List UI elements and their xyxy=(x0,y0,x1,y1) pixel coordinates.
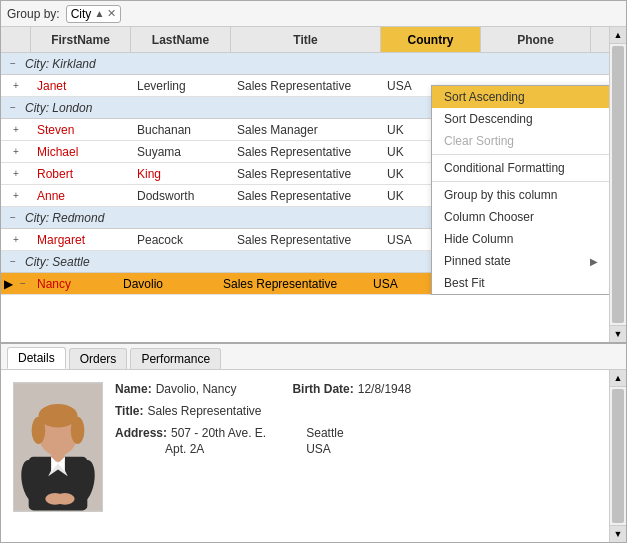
svg-point-6 xyxy=(32,417,46,444)
tab-performance[interactable]: Performance xyxy=(130,348,221,369)
country-value: USA xyxy=(306,442,343,456)
svg-point-7 xyxy=(71,417,85,444)
context-menu-best-fit[interactable]: Best Fit xyxy=(432,272,609,294)
field-name-inline: Name: Davolio, Nancy xyxy=(115,382,236,396)
field-group-birthdate: Birth Date: 12/8/1948 xyxy=(292,382,411,396)
context-menu-sep2 xyxy=(432,181,609,182)
context-menu-sort-descending[interactable]: Sort Descending xyxy=(432,108,609,130)
header-firstname[interactable]: FirstName xyxy=(31,27,131,52)
birth-date-label: Birth Date: xyxy=(292,382,353,396)
context-menu: Sort Ascending Sort Descending Clear Sor… xyxy=(431,85,609,295)
grid-main: FirstName LastName Title Country Phone −… xyxy=(1,27,609,342)
group-london-expander[interactable]: − xyxy=(5,100,21,116)
row-selected-arrow: ▶ xyxy=(1,277,15,291)
row-expand-michael[interactable]: + xyxy=(1,146,31,157)
detail-scrollbar-up[interactable]: ▲ xyxy=(610,370,626,387)
cell-lastname-margaret: Peacock xyxy=(131,233,231,247)
tab-details[interactable]: Details xyxy=(7,347,66,369)
detail-fields: Name: Davolio, Nancy Birth Date: 12/8/19… xyxy=(115,382,597,530)
header-expand-col xyxy=(1,27,31,52)
birth-date-value: 12/8/1948 xyxy=(358,382,411,396)
context-menu-conditional-formatting-label: Conditional Formatting xyxy=(444,161,565,175)
context-menu-hide-column[interactable]: Hide Column xyxy=(432,228,609,250)
detail-content: Name: Davolio, Nancy Birth Date: 12/8/19… xyxy=(1,370,609,542)
address-label: Address: xyxy=(115,426,167,440)
group-by-bar: Group by: City ▲ ✕ xyxy=(1,1,626,27)
svg-point-11 xyxy=(55,493,75,505)
row-expand-robert[interactable]: + xyxy=(1,168,31,179)
field-group-name: Name: Davolio, Nancy xyxy=(115,382,236,396)
context-menu-sort-ascending-label: Sort Ascending xyxy=(444,90,525,104)
city-value: Seattle xyxy=(306,426,343,440)
tab-orders[interactable]: Orders xyxy=(69,348,128,369)
context-menu-sep1 xyxy=(432,154,609,155)
person-image xyxy=(14,382,102,512)
header-lastname[interactable]: LastName xyxy=(131,27,231,52)
name-label: Name: xyxy=(115,382,152,396)
row-expand-janet[interactable]: + xyxy=(1,80,31,91)
cell-title-michael: Sales Representative xyxy=(231,145,381,159)
detail-body: Name: Davolio, Nancy Birth Date: 12/8/19… xyxy=(1,370,626,542)
grid-scrollbar-down[interactable]: ▼ xyxy=(610,325,626,342)
name-value: Davolio, Nancy xyxy=(156,382,237,396)
detail-scrollbar: ▲ ▼ xyxy=(609,370,626,542)
header-country[interactable]: Country xyxy=(381,27,481,52)
context-menu-clear-sorting-label: Clear Sorting xyxy=(444,134,514,148)
title-value: Sales Representative xyxy=(147,404,261,418)
field-row-address: Address: 507 - 20th Ave. E. Apt. 2A Seat… xyxy=(115,426,597,456)
row-expand-anne[interactable]: + xyxy=(1,190,31,201)
group-by-tag-text: City xyxy=(71,7,92,21)
grid-header: FirstName LastName Title Country Phone xyxy=(1,27,609,53)
context-menu-pinned-state[interactable]: Pinned state ▶ xyxy=(432,250,609,272)
cell-firstname-margaret: Margaret xyxy=(31,233,131,247)
header-title[interactable]: Title xyxy=(231,27,381,52)
context-menu-conditional-formatting[interactable]: Conditional Formatting xyxy=(432,157,609,179)
context-menu-best-fit-label: Best Fit xyxy=(444,276,485,290)
grid-body: − City: Kirkland + Janet Leverling Sales… xyxy=(1,53,609,295)
group-kirkland-expander[interactable]: − xyxy=(5,56,21,72)
context-menu-sort-ascending[interactable]: Sort Ascending xyxy=(432,86,609,108)
grid-scrollbar: ▲ ▼ xyxy=(609,27,626,342)
row-expand-margaret[interactable]: + xyxy=(1,234,31,245)
context-menu-clear-sorting[interactable]: Clear Sorting xyxy=(432,130,609,152)
context-menu-column-chooser[interactable]: Column Chooser xyxy=(432,206,609,228)
group-by-close-button[interactable]: ✕ xyxy=(107,7,116,20)
cell-firstname-nancy: Nancy xyxy=(31,277,117,291)
header-phone[interactable]: Phone xyxy=(481,27,591,52)
row-expand-nancy[interactable]: − xyxy=(15,278,31,289)
grid-outer: FirstName LastName Title Country Phone −… xyxy=(1,27,626,342)
field-group-address: Address: 507 - 20th Ave. E. Apt. 2A xyxy=(115,426,266,456)
detail-scrollbar-thumb[interactable] xyxy=(612,389,624,523)
grid-area: FirstName LastName Title Country Phone −… xyxy=(1,27,626,342)
detail-tabs: Details Orders Performance xyxy=(1,344,626,370)
cell-lastname-steven: Buchanan xyxy=(131,123,231,137)
context-menu-sort-descending-label: Sort Descending xyxy=(444,112,533,126)
context-menu-pinned-state-label: Pinned state xyxy=(444,254,511,268)
cell-title-steven: Sales Manager xyxy=(231,123,381,137)
cell-title-nancy: Sales Representative xyxy=(217,277,367,291)
group-redmond-expander[interactable]: − xyxy=(5,210,21,226)
field-birthdate-inline: Birth Date: 12/8/1948 xyxy=(292,382,411,396)
address-line2-value: Apt. 2A xyxy=(165,442,204,456)
group-by-tag[interactable]: City ▲ ✕ xyxy=(66,5,122,23)
address-value: 507 - 20th Ave. E. xyxy=(171,426,266,440)
context-menu-column-chooser-label: Column Chooser xyxy=(444,210,534,224)
group-london-label: City: London xyxy=(25,101,92,115)
row-expand-steven[interactable]: + xyxy=(1,124,31,135)
address-line2: Apt. 2A xyxy=(115,442,266,456)
submenu-arrow-icon: ▶ xyxy=(590,256,598,267)
cell-firstname-steven: Steven xyxy=(31,123,131,137)
group-kirkland-label: City: Kirkland xyxy=(25,57,96,71)
detail-scrollbar-down[interactable]: ▼ xyxy=(610,525,626,542)
field-title-inline: Title: Sales Representative xyxy=(115,404,262,418)
field-address-line1: Address: 507 - 20th Ave. E. xyxy=(115,426,266,440)
field-row-name-birth: Name: Davolio, Nancy Birth Date: 12/8/19… xyxy=(115,382,597,396)
context-menu-group-by-column-label: Group by this column xyxy=(444,188,557,202)
cell-lastname-nancy: Davolio xyxy=(117,277,217,291)
grid-scrollbar-up[interactable]: ▲ xyxy=(610,27,626,44)
grid-scrollbar-thumb[interactable] xyxy=(612,46,624,323)
cell-title-janet: Sales Representative xyxy=(231,79,381,93)
main-container: Group by: City ▲ ✕ FirstName LastName Ti… xyxy=(0,0,627,543)
group-seattle-expander[interactable]: − xyxy=(5,254,21,270)
context-menu-group-by-column[interactable]: Group by this column xyxy=(432,184,609,206)
